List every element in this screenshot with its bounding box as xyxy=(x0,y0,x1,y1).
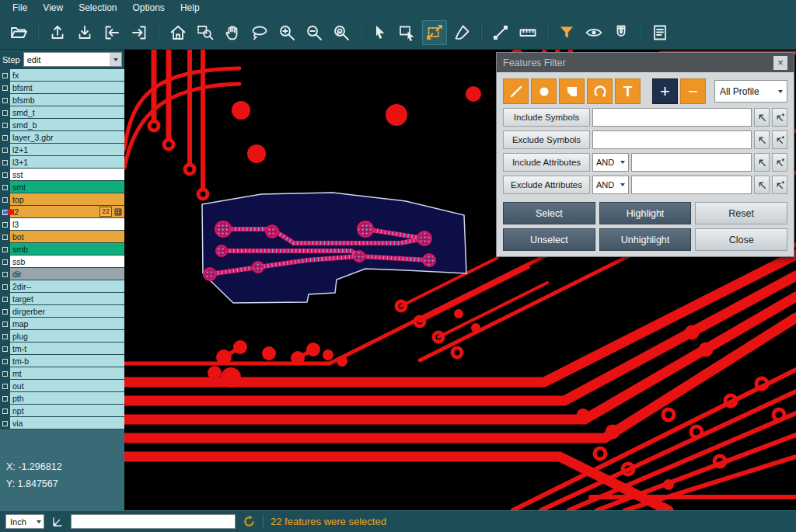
layer-row-map[interactable]: map xyxy=(0,318,124,330)
layer-cell[interactable]: fx xyxy=(10,69,124,82)
exclude-attributes-pick-button[interactable] xyxy=(754,176,770,194)
layer-cell[interactable]: mt xyxy=(10,367,124,380)
layer-checkbox[interactable] xyxy=(2,272,8,277)
step-dropdown[interactable]: edit xyxy=(23,52,122,67)
layer-cell[interactable]: dirgerber xyxy=(10,305,124,318)
layer-cell[interactable]: via xyxy=(10,417,124,429)
layer-row-dir[interactable]: dir xyxy=(0,268,124,280)
unselect-button[interactable]: Unselect xyxy=(503,228,595,251)
layer-checkbox[interactable] xyxy=(2,247,8,252)
line-filter-button[interactable] xyxy=(503,78,529,104)
export-up-button[interactable] xyxy=(45,20,70,45)
select-button[interactable]: Select xyxy=(503,202,595,224)
include-symbols-pick-add-button[interactable] xyxy=(772,108,787,127)
zoom-in-button[interactable] xyxy=(274,20,299,45)
add-filter-button[interactable]: + xyxy=(652,78,678,104)
layer-cell[interactable]: dir xyxy=(10,268,124,280)
close-icon[interactable]: × xyxy=(773,56,787,70)
layer-cell[interactable]: out xyxy=(10,380,124,392)
include-symbols-pick-button[interactable] xyxy=(754,108,770,127)
lasso-button[interactable] xyxy=(247,20,272,45)
layer-row-l2[interactable]: l222 xyxy=(0,206,124,218)
layer-row-tm-t[interactable]: tm-t xyxy=(0,342,124,355)
include-attributes-label[interactable]: Include Attributes xyxy=(503,153,590,172)
layer-cell[interactable]: npt xyxy=(10,405,124,417)
arc-filter-button[interactable] xyxy=(587,78,613,104)
layer-row-tm-b[interactable]: tm-b xyxy=(0,355,124,367)
zoom-window-button[interactable] xyxy=(193,20,218,45)
menu-item-view[interactable]: View xyxy=(35,1,71,16)
layer-checkbox[interactable] xyxy=(2,222,8,228)
eye-button[interactable] xyxy=(581,20,606,45)
layer-checkbox[interactable] xyxy=(2,297,8,302)
layer-row-sst[interactable]: sst xyxy=(0,169,124,181)
layer-cell[interactable]: smd_t xyxy=(10,106,124,119)
layer-cell[interactable]: layer_3.gbr xyxy=(10,131,124,144)
layer-cell[interactable]: map xyxy=(10,318,124,330)
refresh-icon[interactable] xyxy=(243,515,256,528)
layer-row-bfsmt[interactable]: bfsmt xyxy=(0,82,124,94)
zoom-reset-button[interactable] xyxy=(329,20,354,45)
export-right-button[interactable] xyxy=(127,20,152,45)
layer-row-pth[interactable]: pth xyxy=(0,392,124,405)
select-rect-button[interactable] xyxy=(395,20,420,45)
include-attributes-operator-dropdown[interactable]: AND xyxy=(592,153,629,172)
layer-row-smt[interactable]: smt xyxy=(0,181,124,193)
import-left-button[interactable] xyxy=(100,20,124,45)
layer-row-dirgerber[interactable]: dirgerber xyxy=(0,305,124,318)
layer-row-out[interactable]: out xyxy=(0,380,124,392)
include-attributes-pick-button[interactable] xyxy=(754,153,770,172)
measure-ruler-button[interactable] xyxy=(515,20,540,45)
include-attributes-pick-add-button[interactable] xyxy=(772,153,787,172)
layer-checkbox[interactable] xyxy=(2,421,8,426)
open-button[interactable] xyxy=(6,20,31,45)
exclude-attributes-label[interactable]: Exclude Attributes xyxy=(503,176,590,194)
unhighlight-button[interactable]: Unhighlight xyxy=(599,228,692,251)
layer-checkbox[interactable] xyxy=(2,322,8,327)
layer-row-top[interactable]: top xyxy=(0,193,124,206)
layer-checkbox[interactable] xyxy=(2,135,8,141)
pcb-canvas[interactable]: Features Filter × T + − All Profile Incl… xyxy=(124,50,796,510)
layer-cell[interactable]: top xyxy=(10,193,124,206)
layer-cell[interactable]: tm-t xyxy=(10,342,124,355)
layer-checkbox[interactable] xyxy=(2,334,8,339)
layer-cell[interactable]: l3+1 xyxy=(10,156,124,169)
exclude-attributes-field[interactable] xyxy=(631,176,752,194)
report-button[interactable] xyxy=(648,20,672,45)
layer-checkbox[interactable] xyxy=(2,160,8,165)
layer-row-ssb[interactable]: ssb xyxy=(0,256,124,268)
layer-row-smd-t[interactable]: smd_t xyxy=(0,106,124,119)
layer-row-l3[interactable]: l3 xyxy=(0,218,124,231)
layer-cell[interactable]: l2+1 xyxy=(10,144,124,156)
layer-cell[interactable]: sst xyxy=(10,169,124,181)
import-down-button[interactable] xyxy=(72,20,97,45)
text-filter-button[interactable]: T xyxy=(615,78,641,104)
chevron-down-icon[interactable] xyxy=(110,53,121,66)
layer-row-layer-3-gbr[interactable]: layer_3.gbr xyxy=(0,131,124,144)
layer-cell[interactable]: bfsmt xyxy=(10,82,124,94)
pad-filter-button[interactable] xyxy=(531,78,557,104)
profile-dropdown[interactable]: All Profile xyxy=(714,80,787,103)
layer-row-fx[interactable]: fx xyxy=(0,69,124,82)
layer-cell[interactable]: bfsmb xyxy=(10,94,124,106)
layer-cell[interactable]: smt xyxy=(10,181,124,193)
layer-checkbox[interactable] xyxy=(2,172,8,178)
layer-row-npt[interactable]: npt xyxy=(0,405,124,417)
command-input[interactable] xyxy=(71,514,236,529)
select-cursor-button[interactable] xyxy=(368,20,393,45)
clear-brush-button[interactable] xyxy=(449,20,474,45)
highlight-button[interactable]: Highlight xyxy=(599,202,692,224)
layer-row-smb[interactable]: smb xyxy=(0,243,124,256)
layer-cell[interactable]: ssb xyxy=(10,256,124,268)
menu-item-options[interactable]: Options xyxy=(125,1,173,16)
layer-cell[interactable]: smb xyxy=(10,243,124,256)
layer-checkbox[interactable] xyxy=(2,110,8,116)
exclude-attributes-pick-add-button[interactable] xyxy=(772,176,787,194)
layer-cell[interactable]: smd_b xyxy=(10,119,124,131)
transform-select-button[interactable] xyxy=(422,20,447,45)
exclude-symbols-pick-button[interactable] xyxy=(754,130,770,149)
exclude-symbols-label[interactable]: Exclude Symbols xyxy=(503,130,590,149)
layer-checkbox[interactable] xyxy=(2,185,8,190)
layer-row-smd-b[interactable]: smd_b xyxy=(0,119,124,131)
exclude-symbols-pick-add-button[interactable] xyxy=(772,130,787,149)
